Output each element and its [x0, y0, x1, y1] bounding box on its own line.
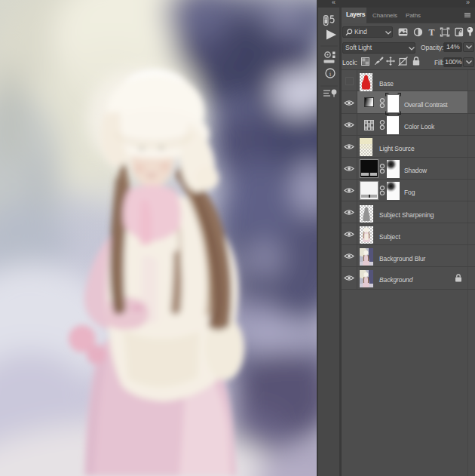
svg-text:T: T: [428, 27, 434, 37]
svg-text:i: i: [329, 70, 332, 78]
